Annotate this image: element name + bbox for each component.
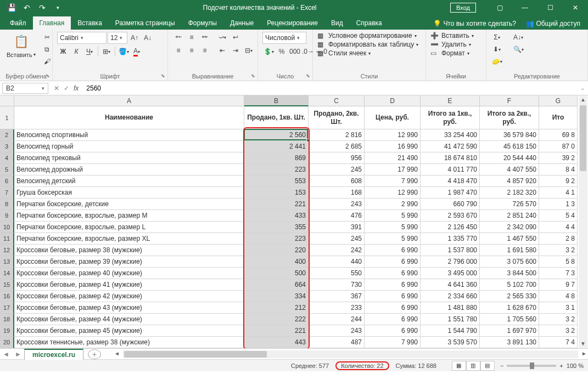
cell[interactable]: 5 990 [365, 233, 421, 245]
row-header-13[interactable]: 13 [0, 256, 14, 268]
cell[interactable]: 221 [244, 325, 309, 337]
conditional-formatting-button[interactable]: ▦Условное форматирование▾ [317, 32, 417, 39]
cell[interactable]: 2 126 450 [421, 222, 480, 233]
header-cell[interactable]: Наименование [14, 106, 244, 129]
cell[interactable]: 400 [244, 256, 309, 268]
cell[interactable]: 4 4 [539, 222, 578, 233]
row-header-3[interactable]: 3 [0, 141, 14, 152]
cell[interactable]: 4 011 770 [421, 164, 480, 175]
cell[interactable]: 243 [309, 325, 365, 337]
cell[interactable]: 1 335 770 [421, 233, 480, 245]
cell[interactable]: Кроссовки беговые, размер 43 (мужские) [14, 302, 244, 314]
cell[interactable]: 1 537 800 [421, 245, 480, 256]
cancel-formula-icon[interactable]: ✕ [54, 84, 59, 92]
cell[interactable]: 9 7 [539, 279, 578, 291]
cell[interactable]: 7 990 [365, 175, 421, 187]
cell[interactable]: 5 8 [539, 256, 578, 268]
cell[interactable]: 500 [244, 268, 309, 279]
cell[interactable]: 7 3 [539, 268, 578, 279]
cell[interactable]: 4 407 550 [480, 164, 539, 175]
tell-me[interactable]: 💡 Что вы хотите сделать? [433, 20, 516, 27]
new-sheet-button[interactable]: + [88, 349, 101, 359]
cell[interactable]: 17 990 [365, 164, 421, 175]
cell[interactable]: 1 697 970 [480, 325, 539, 337]
row-header-17[interactable]: 17 [0, 302, 14, 314]
cell[interactable]: 1 544 790 [421, 325, 480, 337]
cell[interactable]: 2 441 [244, 141, 309, 152]
expand-formula-bar-icon[interactable]: ⌄ [577, 85, 588, 91]
cell[interactable]: 244 [309, 314, 365, 325]
horizontal-scrollbar[interactable] [123, 350, 578, 358]
cell[interactable]: 660 790 [421, 199, 480, 210]
cell[interactable]: 391 [309, 222, 365, 233]
cell[interactable]: 222 [244, 314, 309, 325]
cell[interactable]: 2 565 330 [480, 291, 539, 302]
cell[interactable]: 3 1 [539, 302, 578, 314]
cell[interactable]: 242 [309, 245, 365, 256]
view-page-break-icon[interactable]: ▤ [480, 361, 495, 371]
cell[interactable]: 3 2 [539, 245, 578, 256]
zoom-out-icon[interactable]: − [500, 362, 503, 369]
cell[interactable]: 3 2 [539, 325, 578, 337]
cell[interactable]: 6 990 [365, 279, 421, 291]
cell[interactable]: 33 254 400 [421, 129, 480, 141]
row-header-1[interactable]: 1 [0, 106, 14, 129]
cell[interactable]: 4 8 [539, 291, 578, 302]
header-cell[interactable]: Ито [539, 106, 578, 129]
qat-customize-icon[interactable]: ▾ [51, 1, 65, 14]
cell[interactable]: Велосипед детский [14, 175, 244, 187]
cell[interactable]: 36 579 840 [480, 129, 539, 141]
row-header-10[interactable]: 10 [0, 222, 14, 233]
row-header-18[interactable]: 18 [0, 314, 14, 325]
cell[interactable]: 20 544 440 [480, 152, 539, 164]
cell[interactable]: 2 796 000 [421, 256, 480, 268]
cell[interactable]: 2 182 320 [480, 187, 539, 199]
cell[interactable]: 1 987 470 [421, 187, 480, 199]
cell[interactable]: 476 [309, 210, 365, 222]
cell[interactable]: 6 990 [365, 314, 421, 325]
cell[interactable]: 5 990 [365, 210, 421, 222]
zoom-level[interactable]: 100 % [567, 362, 584, 369]
tab-help[interactable]: Справка [350, 16, 389, 30]
col-header-C[interactable]: C [309, 95, 365, 106]
cell[interactable]: Перчатки боксерские, взрослые, размер L [14, 222, 244, 233]
wrap-text-icon[interactable]: ↩ [229, 32, 242, 43]
cell[interactable]: Перчатки боксерские, взрослые, размер M [14, 210, 244, 222]
cell[interactable]: Велосипед трековый [14, 152, 244, 164]
tab-insert[interactable]: Вставка [71, 16, 109, 30]
cell[interactable]: 2 685 [309, 141, 365, 152]
close-icon[interactable]: ✕ [563, 0, 588, 15]
align-middle-icon[interactable]: ≡ [186, 32, 198, 43]
cell[interactable]: 6 990 [365, 256, 421, 268]
formula-input[interactable] [84, 83, 577, 94]
tab-review[interactable]: Рецензирование [260, 16, 324, 30]
delete-cells-button[interactable]: ➖Удалить▾ [430, 41, 471, 48]
cell[interactable]: 243 [309, 199, 365, 210]
autosum-icon[interactable]: Σ▾ [491, 32, 503, 43]
header-cell[interactable]: Продано, 1кв. Шт. [244, 106, 309, 129]
undo-icon[interactable]: ↶ [20, 1, 34, 14]
cell[interactable]: 869 [244, 152, 309, 164]
percent-icon[interactable]: % [276, 46, 288, 57]
row-header-8[interactable]: 8 [0, 199, 14, 210]
fill-color-icon[interactable]: 🪣▾ [117, 46, 130, 57]
row-header-11[interactable]: 11 [0, 233, 14, 245]
cell[interactable]: 87 0 [539, 141, 578, 152]
minimize-icon[interactable]: — [512, 0, 537, 15]
cell[interactable]: 553 [244, 175, 309, 187]
paste-button[interactable]: 📋 Вставить▾ [4, 32, 38, 59]
cell[interactable]: 41 472 590 [421, 141, 480, 152]
row-header-12[interactable]: 12 [0, 245, 14, 256]
cell[interactable]: 726 570 [480, 199, 539, 210]
cell[interactable]: 443 [244, 337, 309, 348]
align-center-icon[interactable]: ≡ [186, 45, 198, 56]
row-header-4[interactable]: 4 [0, 152, 14, 164]
number-format-combo[interactable]: Числовой▾ [262, 32, 306, 44]
tab-data[interactable]: Данные [223, 16, 260, 30]
cell[interactable]: 221 [244, 199, 309, 210]
tab-file[interactable]: Файл [3, 16, 33, 30]
cell[interactable]: 223 [244, 164, 309, 175]
zoom-slider[interactable] [507, 365, 556, 367]
copy-icon[interactable]: ⧉ [41, 44, 53, 55]
fill-icon[interactable]: ⬇▾ [491, 44, 503, 55]
